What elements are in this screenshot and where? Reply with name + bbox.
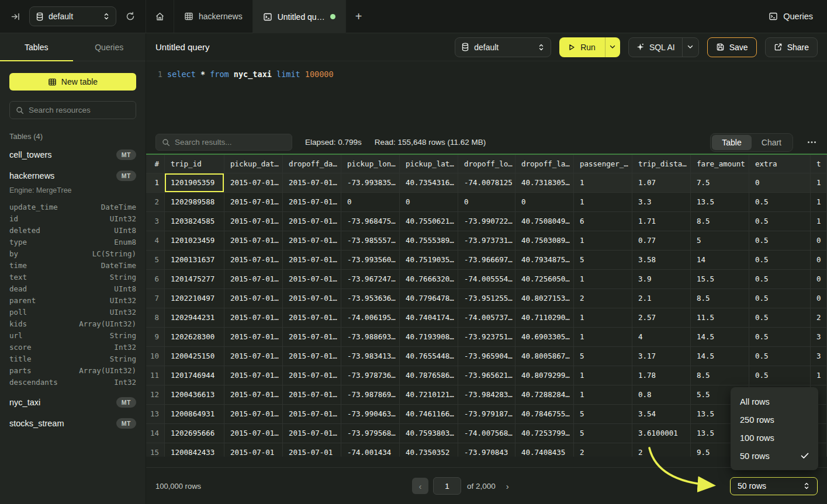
sql-editor[interactable]: 1 select * from nyc_taxi limit 100000: [146, 61, 827, 131]
grid-cell[interactable]: 40.7408435: [515, 443, 574, 457]
grid-cell[interactable]: 2015-07-01…: [283, 193, 341, 212]
grid-cell[interactable]: 40.7461166…: [400, 405, 458, 424]
grid-cell[interactable]: -73.990722…: [458, 212, 515, 231]
grid-cell[interactable]: 1: [574, 270, 632, 289]
grid-cell[interactable]: 2015-07-01…: [224, 405, 283, 424]
grid-cell[interactable]: 1: [811, 366, 827, 385]
grid-cell[interactable]: 1200131637: [165, 251, 224, 270]
grid-cell[interactable]: -73.993560…: [341, 251, 400, 270]
grid-cell[interactable]: 0.5: [749, 251, 811, 270]
topbar-database-selector[interactable]: default: [29, 6, 116, 26]
grid-cell[interactable]: 2015-07-01: [224, 443, 283, 457]
grid-cell[interactable]: 1: [574, 366, 632, 385]
page-size-option[interactable]: 100 rows: [731, 429, 818, 447]
grid-cell[interactable]: 2015-07-01…: [224, 193, 283, 212]
grid-cell[interactable]: 2015-07-01…: [283, 173, 341, 193]
sidebar-table-hackernews[interactable]: hackernews MT: [0, 165, 146, 186]
column-header[interactable]: pickup_lat…: [400, 155, 458, 173]
grid-cell[interactable]: 2: [632, 443, 691, 457]
grid-cell[interactable]: 5: [574, 251, 632, 270]
grid-cell[interactable]: 3.58: [632, 251, 691, 270]
tab-untitled-query[interactable]: Untitled qu…: [253, 0, 346, 33]
grid-cell[interactable]: 2015-07-01…: [283, 289, 341, 308]
row-number[interactable]: 15: [146, 443, 165, 457]
grid-cell[interactable]: 40.7404174…: [400, 308, 458, 328]
grid-cell[interactable]: 6: [574, 212, 632, 231]
grid-cell[interactable]: 40.7193908…: [400, 328, 458, 347]
grid-cell[interactable]: 2015-07-01…: [224, 424, 283, 443]
sidebar-tab-queries[interactable]: Queries: [73, 33, 146, 61]
grid-cell[interactable]: 40.7210121…: [400, 385, 458, 405]
grid-cell[interactable]: 5: [574, 424, 632, 443]
grid-cell[interactable]: 14.5: [691, 347, 749, 366]
grid-cell[interactable]: 40.7503089…: [515, 231, 574, 251]
page-number-input[interactable]: [433, 477, 461, 495]
grid-cell[interactable]: -73.953636…: [341, 289, 400, 308]
grid-cell[interactable]: -74.005554…: [458, 270, 515, 289]
grid-cell[interactable]: 8.5: [691, 212, 749, 231]
grid-cell[interactable]: 3: [811, 328, 827, 347]
grid-cell[interactable]: 2: [811, 308, 827, 328]
grid-cell[interactable]: 0: [811, 231, 827, 251]
grid-cell[interactable]: 2015-07-01…: [224, 347, 283, 366]
grid-cell[interactable]: -74.006195…: [341, 308, 400, 328]
grid-cell[interactable]: 40.7550621…: [400, 212, 458, 231]
grid-cell[interactable]: 1200864931: [165, 405, 224, 424]
grid-cell[interactable]: 0: [400, 193, 458, 212]
grid-cell[interactable]: -73.973731…: [458, 231, 515, 251]
grid-cell[interactable]: 13.5: [691, 193, 749, 212]
grid-cell[interactable]: 0.5: [749, 366, 811, 385]
grid-cell[interactable]: 40.7846755…: [515, 405, 574, 424]
run-button[interactable]: Run: [559, 37, 605, 57]
tab-home[interactable]: [146, 0, 174, 33]
grid-cell[interactable]: -73.985557…: [341, 231, 400, 251]
grid-cell[interactable]: 1: [574, 328, 632, 347]
schema-column-row[interactable]: update_timeDateTime: [0, 201, 146, 213]
grid-cell[interactable]: 1203824585: [165, 212, 224, 231]
grid-cell[interactable]: -73.988693…: [341, 328, 400, 347]
grid-cell[interactable]: 40.6903305…: [515, 328, 574, 347]
grid-cell[interactable]: 2015-07-01: [283, 443, 341, 457]
column-header[interactable]: dropoff_da…: [283, 155, 341, 173]
view-toggle-table[interactable]: Table: [712, 135, 751, 150]
sidebar-search-input[interactable]: [29, 106, 132, 114]
column-header[interactable]: trip_dista…: [632, 155, 691, 173]
grid-cell[interactable]: 3.3: [632, 193, 691, 212]
grid-cell[interactable]: 2015-07-01…: [224, 308, 283, 328]
row-number[interactable]: 6: [146, 270, 165, 289]
column-header[interactable]: pickup_dat…: [224, 155, 283, 173]
grid-cell[interactable]: -73.967247…: [341, 270, 400, 289]
grid-cell[interactable]: 1202628300: [165, 328, 224, 347]
schema-column-row[interactable]: byLC(String): [0, 248, 146, 260]
schema-column-row[interactable]: partsArray(UInt32): [0, 365, 146, 377]
grid-cell[interactable]: 15.5: [691, 270, 749, 289]
grid-cell[interactable]: 2015-07-01…: [224, 328, 283, 347]
column-header[interactable]: trip_id: [165, 155, 224, 173]
row-number[interactable]: 5: [146, 251, 165, 270]
grid-cell[interactable]: 1: [811, 173, 827, 193]
row-number[interactable]: 9: [146, 328, 165, 347]
row-number[interactable]: 13: [146, 405, 165, 424]
grid-cell[interactable]: 3.54: [632, 405, 691, 424]
grid-cell[interactable]: 0: [811, 251, 827, 270]
row-number[interactable]: 7: [146, 289, 165, 308]
schema-column-row[interactable]: descendantsInt32: [0, 377, 146, 388]
grid-cell[interactable]: 2015-07-01…: [283, 270, 341, 289]
grid-cell[interactable]: 1201023459: [165, 231, 224, 251]
results-more-button[interactable]: [806, 138, 818, 146]
schema-column-row[interactable]: titleString: [0, 353, 146, 365]
grid-cell[interactable]: -73.984283…: [458, 385, 515, 405]
grid-cell[interactable]: 1: [574, 308, 632, 328]
grid-cell[interactable]: 0: [811, 270, 827, 289]
grid-cell[interactable]: -73.983413…: [341, 347, 400, 366]
grid-cell[interactable]: 40.7655448…: [400, 347, 458, 366]
schema-column-row[interactable]: scoreInt32: [0, 342, 146, 353]
schema-column-row[interactable]: deletedUInt8: [0, 225, 146, 237]
grid-cell[interactable]: -74.007568…: [458, 424, 515, 443]
grid-cell[interactable]: 0: [341, 193, 400, 212]
schema-column-row[interactable]: textString: [0, 272, 146, 283]
tab-hackernews[interactable]: hackernews: [174, 0, 253, 33]
row-number[interactable]: 12: [146, 385, 165, 405]
save-button[interactable]: Save: [707, 37, 757, 57]
page-size-option[interactable]: 50 rows: [731, 447, 818, 465]
